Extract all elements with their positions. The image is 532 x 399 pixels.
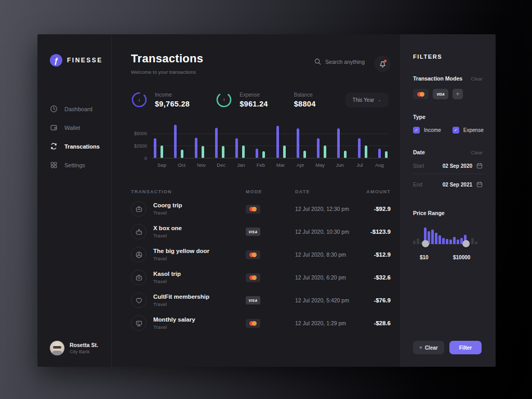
chart-bar-group-aug[interactable] bbox=[378, 149, 388, 158]
chart-bar-group-feb[interactable] bbox=[256, 149, 265, 158]
avatar bbox=[50, 341, 64, 355]
y-axis-label: $2500 bbox=[134, 143, 147, 149]
table-row[interactable]: X box oneTravelVISA12 Jul 2020, 10:30 pm… bbox=[131, 220, 391, 243]
transaction-category: Travel bbox=[153, 233, 182, 238]
expense-bar bbox=[181, 150, 183, 158]
histogram-bar bbox=[435, 233, 437, 244]
sidebar-item-transcations[interactable]: Transcations bbox=[50, 142, 111, 150]
x-axis-label: Jan bbox=[231, 162, 250, 168]
histogram-bar bbox=[446, 239, 448, 244]
expense-bar bbox=[385, 151, 388, 158]
chart-bar-group-oct[interactable] bbox=[174, 125, 183, 158]
sidebar-item-dashboard[interactable]: Dashboard bbox=[50, 105, 111, 113]
chart-bar-group-nov[interactable] bbox=[195, 138, 204, 158]
expense-bar bbox=[344, 151, 347, 158]
type-checkbox-expense[interactable]: ✓Expense bbox=[453, 127, 484, 134]
x-axis-label: Oct bbox=[172, 162, 191, 168]
date-end-field[interactable]: End 02 Sep 2021 bbox=[413, 181, 483, 192]
mastercard-chip[interactable] bbox=[413, 89, 429, 99]
expense-bar bbox=[242, 145, 245, 158]
user-profile[interactable]: Rosetta St. City Bank bbox=[50, 341, 111, 355]
chart-bar-group-dec[interactable] bbox=[215, 128, 224, 158]
modes-clear-link[interactable]: Clear bbox=[471, 76, 483, 82]
checkbox-icon: ✓ bbox=[413, 127, 420, 134]
chart-bar-group-jan[interactable] bbox=[235, 138, 245, 158]
table-header: TRANSACTIONMODEDATEAMOUNT bbox=[131, 189, 391, 194]
transaction-amount: -$76.9 bbox=[353, 297, 391, 303]
x-axis-label: Jul bbox=[350, 162, 369, 168]
transaction-date: 12 Jul 2020, 10:30 pm bbox=[295, 229, 353, 235]
expense-bar bbox=[303, 151, 306, 158]
column-header-transaction: TRANSACTION bbox=[131, 189, 246, 194]
histogram-bar bbox=[453, 237, 456, 244]
sidebar-item-label: Transcations bbox=[64, 143, 100, 150]
price-range-slider: $10 $10000 bbox=[413, 224, 483, 251]
type-checkbox-income[interactable]: ✓Income bbox=[413, 127, 441, 134]
chart-bar-group-sep[interactable] bbox=[154, 138, 163, 158]
sidebar: ƒ FINESSE DashboardWalletTranscationsSet… bbox=[37, 34, 112, 367]
chart-plot-area: $5000$25000 bbox=[152, 124, 390, 158]
notification-dot bbox=[384, 60, 387, 62]
sidebar-item-settings[interactable]: Settings bbox=[50, 161, 111, 169]
chart-bar-group-may[interactable] bbox=[317, 138, 326, 158]
chart-bar-group-jul[interactable] bbox=[358, 138, 367, 158]
stats-row: ↓Income$9,765.28↑Expense$961.24Balance$8… bbox=[131, 91, 391, 108]
income-bar bbox=[297, 128, 299, 158]
arrow-up-icon: ↑ bbox=[216, 91, 232, 108]
chart-bar-group-jun[interactable] bbox=[337, 128, 347, 158]
date-end-value: 02 Sep 2021 bbox=[443, 182, 472, 188]
add-mode-button[interactable]: + bbox=[453, 89, 463, 99]
table-row[interactable]: Kasol tripTravel12 Jul 2020, 6:20 pm-$32… bbox=[131, 266, 391, 289]
transaction-title: The big yellow door bbox=[153, 248, 209, 254]
table-row[interactable]: The big yellow doorTravel12 Jul 2020, 8:… bbox=[131, 243, 391, 266]
transaction-category: Travel bbox=[153, 210, 182, 216]
price-max-label: $10000 bbox=[453, 255, 470, 260]
income-bar bbox=[378, 149, 381, 158]
table-row[interactable]: Coorg tripTravel12 Jul 2020, 12:30 pm-$9… bbox=[131, 197, 391, 220]
table-row[interactable]: Monthly salaryTravel12 Jul 2020, 1:29 pm… bbox=[131, 312, 391, 335]
briefcase-icon bbox=[131, 201, 147, 217]
histogram-bar bbox=[475, 242, 477, 244]
mastercard-badge bbox=[246, 250, 260, 259]
range-handle-max[interactable] bbox=[462, 240, 470, 247]
expense-bar bbox=[222, 146, 224, 158]
transaction-title: Kasol trip bbox=[153, 271, 181, 277]
date-start-label: Start bbox=[413, 163, 424, 169]
filter-button[interactable]: Filter bbox=[449, 341, 482, 354]
x-axis-label: Apr bbox=[291, 162, 310, 168]
visa-chip[interactable]: VISA bbox=[433, 89, 448, 99]
search-input[interactable]: Search anything bbox=[314, 56, 365, 65]
transaction-title: Coorg trip bbox=[153, 202, 182, 208]
notifications-button[interactable] bbox=[374, 56, 391, 72]
brand-logo: ƒ FINESSE bbox=[50, 54, 111, 66]
transaction-date: 12 Jul 2020, 8:30 pm bbox=[295, 251, 353, 258]
date-clear-link[interactable]: Clear bbox=[471, 150, 483, 155]
table-row[interactable]: CultFit membershipTravelVISA12 Jul 2020,… bbox=[131, 289, 391, 312]
y-axis-label: 0 bbox=[144, 156, 147, 161]
calendar-icon[interactable] bbox=[476, 163, 483, 169]
calendar-icon[interactable] bbox=[476, 181, 483, 188]
histogram-bar bbox=[417, 238, 419, 244]
income-bar bbox=[256, 149, 258, 158]
transaction-mode: VISA bbox=[246, 296, 295, 304]
transaction-date: 12 Jul 2020, 1:29 pm bbox=[295, 320, 353, 326]
period-selector[interactable]: This Year ⌄ bbox=[345, 92, 389, 108]
transaction-modes-label: Transaction Modes bbox=[413, 75, 462, 82]
transaction-category: Travel bbox=[153, 301, 209, 307]
income-bar bbox=[235, 138, 238, 158]
briefcase-icon bbox=[131, 270, 147, 285]
chart-gridline: $2500 bbox=[152, 145, 390, 146]
clear-button[interactable]: × Clear bbox=[413, 341, 444, 354]
date-start-field[interactable]: Start 02 Sep 2020 bbox=[413, 163, 483, 174]
filters-title: FILTERS bbox=[413, 54, 483, 60]
chart-bar-group-apr[interactable] bbox=[297, 128, 306, 158]
transaction-amount: -$32.6 bbox=[353, 274, 391, 281]
checkbox-icon: ✓ bbox=[453, 127, 459, 134]
transaction-category: Travel bbox=[153, 324, 195, 330]
type-options: ✓Income✓Expense bbox=[413, 127, 483, 134]
sidebar-item-wallet[interactable]: Wallet bbox=[50, 124, 111, 131]
histogram-bar bbox=[438, 235, 441, 244]
range-handle-min[interactable] bbox=[422, 240, 429, 247]
stat-ring: ↑ bbox=[216, 91, 232, 108]
chart-bar-group-mar[interactable] bbox=[276, 126, 286, 158]
